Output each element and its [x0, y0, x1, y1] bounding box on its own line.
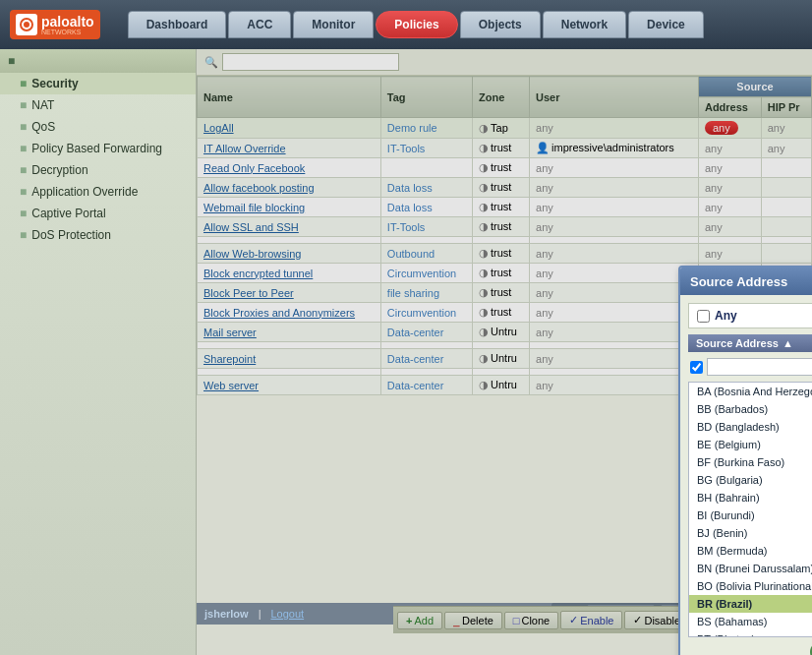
- dropdown-item[interactable]: BR (Brazil): [689, 595, 812, 613]
- source-address-header: Source Address ▲: [688, 334, 812, 352]
- dropdown-item[interactable]: BA (Bosnia And Herzegovina): [689, 383, 812, 400]
- dropdown-item[interactable]: BF (Burkina Faso): [689, 453, 812, 471]
- search-row: ▼: [688, 356, 812, 378]
- logo-sub: NETWORKS: [41, 29, 94, 35]
- app-override-icon: ■: [20, 185, 27, 199]
- sidebar-label-dos-protection: DoS Protection: [31, 228, 111, 242]
- sidebar-item-dos-protection[interactable]: ■ DoS Protection: [0, 224, 196, 246]
- nat-icon: ■: [20, 98, 27, 112]
- sidebar-label-security: Security: [31, 77, 78, 90]
- dropdown-item[interactable]: BS (Bahamas): [689, 613, 812, 630]
- tab-acc[interactable]: ACC: [228, 11, 291, 38]
- dropdown-item[interactable]: BN (Brunei Darussalam): [689, 560, 812, 577]
- sort-icon: ▲: [783, 337, 793, 349]
- sidebar-label-nat: NAT: [31, 98, 54, 112]
- dropdown-list[interactable]: BA (Bosnia And Herzegovina)BB (Barbados)…: [688, 382, 812, 637]
- dropdown-item[interactable]: BO (Bolivia Plurinational State Of): [689, 577, 812, 595]
- dropdown-item[interactable]: BE (Belgium): [689, 436, 812, 453]
- tab-dashboard[interactable]: Dashboard: [128, 11, 227, 38]
- sidebar-item-pbf[interactable]: ■ Policy Based Forwarding: [0, 138, 196, 159]
- dropdown-item[interactable]: BT (Bhutan): [689, 630, 812, 637]
- dropdown-item[interactable]: BB (Barbados): [689, 400, 812, 418]
- any-label: Any: [715, 309, 812, 323]
- security-icon: ■: [20, 77, 27, 90]
- sidebar-item-security[interactable]: ■ Security: [0, 73, 196, 94]
- sidebar-item-nat[interactable]: ■ NAT: [0, 94, 196, 116]
- dos-protection-icon: ■: [20, 228, 27, 242]
- filter-checkbox[interactable]: [690, 361, 703, 374]
- source-address-dialog: Source Address ? Any Source Address ▲: [678, 266, 812, 655]
- dropdown-item[interactable]: BH (Bahrain): [689, 489, 812, 506]
- tab-device[interactable]: Device: [628, 11, 704, 38]
- add-icon-row: +: [688, 637, 812, 655]
- dropdown-item[interactable]: BI (Burundi): [689, 506, 812, 524]
- sidebar-label-pbf: Policy Based Forwarding: [31, 142, 162, 155]
- sidebar-item-captive-portal[interactable]: ■ Captive Portal: [0, 203, 196, 224]
- pbf-icon: ■: [20, 142, 27, 155]
- tab-monitor[interactable]: Monitor: [293, 11, 374, 38]
- any-row: Any: [688, 303, 812, 328]
- sidebar-item-qos[interactable]: ■ QoS: [0, 116, 196, 138]
- logo-name: paloalto: [41, 15, 94, 29]
- decryption-icon: ■: [20, 163, 27, 177]
- dialog-header: Source Address ?: [680, 268, 812, 295]
- any-checkbox[interactable]: [697, 310, 710, 323]
- qos-icon: ■: [20, 120, 27, 134]
- sidebar-item-decryption[interactable]: ■ Decryption: [0, 159, 196, 181]
- sidebar-label-captive-portal: Captive Portal: [31, 207, 105, 220]
- dialog-body: Any Source Address ▲ ▼: [680, 295, 812, 655]
- dialog-title: Source Address: [690, 274, 787, 289]
- tab-network[interactable]: Network: [543, 11, 626, 38]
- content-area: 🔍 Name Tag Zone User Source Address HIP …: [197, 49, 812, 655]
- dialog-search-input[interactable]: [707, 358, 812, 376]
- dropdown-item[interactable]: BD (Bangladesh): [689, 418, 812, 436]
- sidebar: ■ ■ Security ■ NAT ■ QoS ■ Policy Based …: [0, 49, 197, 655]
- sidebar-item-app-override[interactable]: ■ Application Override: [0, 181, 196, 203]
- sidebar-label-app-override: Application Override: [31, 185, 138, 199]
- captive-portal-icon: ■: [20, 207, 27, 220]
- nav-tabs: Dashboard ACC Monitor Policies Objects N…: [128, 11, 704, 38]
- dropdown-item[interactable]: BG (Bulgaria): [689, 471, 812, 489]
- source-address-label: Source Address: [696, 337, 779, 349]
- dropdown-item[interactable]: BM (Bermuda): [689, 542, 812, 560]
- tab-policies[interactable]: Policies: [376, 11, 457, 38]
- sidebar-label-qos: QoS: [31, 120, 55, 134]
- tab-objects[interactable]: Objects: [460, 11, 541, 38]
- policies-icon: ■: [8, 54, 15, 68]
- sidebar-section-policies: ■: [0, 49, 196, 73]
- logo: paloalto NETWORKS: [10, 10, 108, 39]
- sidebar-label-decryption: Decryption: [31, 163, 87, 177]
- dropdown-item[interactable]: BJ (Benin): [689, 524, 812, 542]
